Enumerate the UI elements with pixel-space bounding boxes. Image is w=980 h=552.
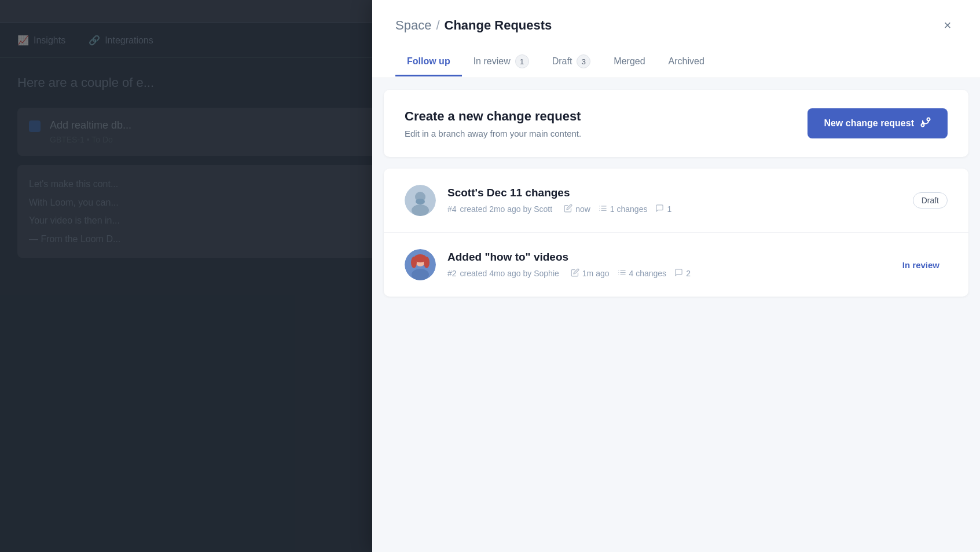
- tab-follow-up-label: Follow up: [407, 56, 450, 67]
- cr-comments-sophie: 2: [686, 269, 691, 278]
- cr-comments-scott: 1: [667, 204, 671, 214]
- cta-text: Create a new change request Edit in a br…: [405, 109, 581, 138]
- cr-changes-scott: 1 changes: [610, 204, 648, 214]
- changes-icon-scott: [599, 204, 607, 214]
- cr-title-scott: Scott's Dec 11 changes: [447, 187, 901, 199]
- cta-subtitle: Edit in a branch away from your main con…: [405, 129, 581, 138]
- edit-icon-scott: [564, 204, 572, 214]
- breadcrumb-space: Space: [395, 18, 431, 33]
- close-icon: ×: [944, 18, 952, 33]
- svg-point-14: [412, 269, 429, 280]
- cr-badge-sophie: In review: [894, 257, 948, 273]
- cr-edited-sophie: 1m ago: [582, 269, 610, 278]
- tab-archived[interactable]: Archived: [657, 48, 716, 76]
- cr-badge-scott: Draft: [913, 192, 948, 209]
- modal-panel: Space / Change Requests × Follow up In r…: [372, 0, 980, 552]
- cr-item-scott[interactable]: Scott's Dec 11 changes #4 created 2mo ag…: [384, 169, 968, 233]
- svg-point-5: [416, 199, 425, 204]
- edit-icon-sophie: [571, 268, 579, 279]
- cr-edited-scott: now: [575, 204, 590, 214]
- cta-title: Create a new change request: [405, 109, 581, 124]
- tab-merged-label: Merged: [614, 56, 645, 67]
- modal-header: Space / Change Requests ×: [372, 0, 980, 35]
- cr-title-sophie: Added "how to" videos: [447, 251, 883, 264]
- tab-draft[interactable]: Draft 3: [541, 46, 603, 78]
- change-request-list: Scott's Dec 11 changes #4 created 2mo ag…: [384, 169, 968, 297]
- tab-draft-badge: 3: [577, 54, 590, 68]
- cr-meta-sophie: #2 created 4mo ago by Sophie 1m ago: [447, 268, 883, 279]
- changes-icon-sophie: [618, 268, 626, 279]
- tab-in-review[interactable]: In review 1: [462, 46, 541, 78]
- breadcrumb-title: Change Requests: [445, 18, 552, 33]
- tab-in-review-badge: 1: [515, 54, 529, 68]
- svg-point-16: [411, 257, 417, 268]
- tab-bar: Follow up In review 1 Draft 3 Merged Arc…: [372, 46, 980, 78]
- comment-icon-sophie: [674, 268, 683, 279]
- cr-changes-sophie: 4 changes: [629, 269, 667, 278]
- avatar-sophie: [405, 249, 436, 280]
- cr-item-sophie[interactable]: Added "how to" videos #2 created 4mo ago…: [384, 233, 968, 297]
- cr-info-scott: Scott's Dec 11 changes #4 created 2mo ag…: [447, 187, 901, 214]
- cr-created-sophie: created 4mo ago by Sophie: [460, 269, 559, 278]
- new-change-request-button[interactable]: New change request: [808, 108, 948, 138]
- new-change-request-label: New change request: [824, 118, 914, 129]
- close-button[interactable]: ×: [938, 16, 957, 35]
- modal-body: Create a new change request Edit in a br…: [372, 78, 980, 552]
- avatar-scott: [405, 185, 436, 216]
- cr-created-scott: created 2mo ago by Scott: [460, 204, 553, 214]
- comment-icon-scott: [655, 204, 664, 214]
- cta-section: Create a new change request Edit in a br…: [384, 90, 968, 157]
- svg-point-4: [412, 204, 429, 216]
- breadcrumb: Space / Change Requests: [395, 18, 552, 33]
- breadcrumb-separator: /: [436, 18, 439, 33]
- svg-point-17: [424, 257, 430, 268]
- tab-follow-up[interactable]: Follow up: [395, 48, 462, 76]
- tab-in-review-label: In review: [474, 56, 511, 67]
- branch-icon: [920, 116, 931, 130]
- tab-archived-label: Archived: [669, 56, 704, 67]
- cr-number-sophie: #2: [447, 269, 457, 278]
- cr-meta-scott: #4 created 2mo ago by Scott now: [447, 204, 901, 214]
- cr-info-sophie: Added "how to" videos #2 created 4mo ago…: [447, 251, 883, 279]
- cr-number-scott: #4: [447, 204, 457, 214]
- tab-merged[interactable]: Merged: [602, 48, 656, 76]
- tab-draft-label: Draft: [552, 56, 572, 67]
